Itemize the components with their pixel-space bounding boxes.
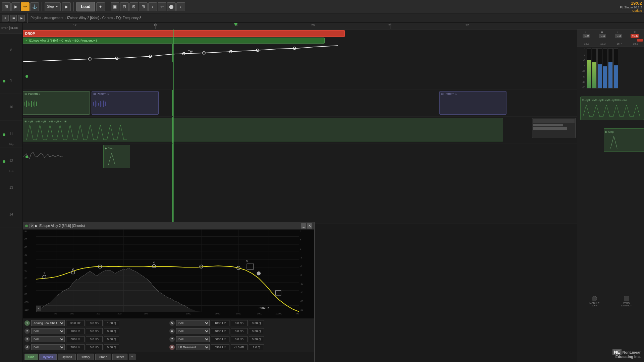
band-5-q[interactable]	[249, 320, 264, 326]
playlist-icon[interactable]: ≡	[2, 15, 9, 21]
band-8-type-select[interactable]: LP Resonant	[176, 344, 210, 350]
har-pattern-right[interactable]: ⊞..cy⊞..cy⊞..cy⊞..cy⊞..cy⊞Har..eno	[580, 97, 644, 120]
band-3-freq[interactable]	[66, 336, 85, 342]
band-2-freq[interactable]	[66, 328, 85, 334]
band-3-gain[interactable]	[86, 336, 103, 342]
plugin-min-btn[interactable]: _	[301, 223, 306, 229]
band-num-2[interactable]: 2	[24, 328, 30, 334]
pattern-1-block-right[interactable]: ⊞ Pattern 1	[439, 91, 506, 115]
export-btn[interactable]: ↓	[176, 2, 185, 11]
eq-band-8-point[interactable]	[257, 272, 260, 275]
freq-50: 50	[54, 312, 57, 315]
eq-band-8-rect[interactable]	[247, 264, 254, 269]
band-4-gain[interactable]	[86, 344, 103, 350]
band-1-freq[interactable]	[66, 320, 85, 326]
snap-btn[interactable]: ⊞	[139, 2, 148, 11]
eq-band-row-5: 5 Bell	[169, 319, 313, 327]
record-btn[interactable]: ⬤	[167, 2, 176, 11]
plugin-settings-icon[interactable]: ⚙	[29, 224, 34, 228]
band-5-freq[interactable]	[211, 320, 229, 326]
band-1-type-select[interactable]: Analog Low Shelf	[31, 320, 65, 326]
select-btn[interactable]: ▣	[111, 2, 119, 11]
solo-btn[interactable]: Solo	[24, 354, 38, 360]
step-dropdown[interactable]: Step ▼	[45, 2, 61, 11]
svg-rect-1	[26, 101, 27, 107]
breadcrumb-item-1[interactable]: Playlist - Arrangement	[31, 16, 63, 20]
clap-right-block[interactable]: ▶ Clap	[604, 128, 644, 152]
band-8-q[interactable]	[249, 344, 264, 350]
band-7-gain[interactable]	[231, 336, 248, 342]
history-btn[interactable]: History	[77, 354, 94, 360]
timeline-ruler[interactable]: 17 18 19 20 21 22	[23, 23, 644, 29]
band-2-type-select[interactable]: Bell	[31, 328, 65, 334]
band-2-gain[interactable]	[86, 328, 103, 334]
band-7-freq[interactable]	[211, 336, 229, 342]
lead-plus-btn[interactable]: +	[96, 2, 105, 11]
ruler-line-20	[313, 23, 313, 29]
resize-btn[interactable]: ⊠	[129, 2, 138, 11]
band-num-4[interactable]: 4	[24, 345, 30, 350]
eq-mode-btn[interactable]: ≡	[36, 306, 41, 311]
band-3-type-select[interactable]: Bell	[31, 336, 65, 342]
band-num-3[interactable]: 3	[24, 337, 30, 342]
play-btn[interactable]: ▶	[18, 15, 25, 21]
drop-label: DROP	[25, 32, 35, 36]
band-3-q[interactable]	[104, 336, 119, 342]
lo-label: l...o	[9, 170, 13, 173]
pattern-1-block-mid[interactable]: ⊞ Pattern 1	[92, 91, 159, 115]
module-gain-knob[interactable]	[592, 296, 597, 301]
band-1-q[interactable]	[104, 320, 119, 326]
band-4-q[interactable]	[104, 344, 119, 350]
automation-label: iZotope Alloy 2 [64bit] – Chords – EQ: F…	[29, 39, 97, 42]
zero-latency-btn[interactable]	[624, 296, 629, 301]
blip-levels	[532, 118, 576, 138]
band-1-gain[interactable]	[86, 320, 103, 326]
eq-display[interactable]: dB -20 -30 -40 -50 -60 -70 -80 -90 -100	[23, 230, 314, 318]
pattern-2-block[interactable]: ⊞ Pattern 2	[23, 91, 90, 115]
band-8-freq[interactable]	[211, 344, 229, 350]
bypass-btn[interactable]: Bypass	[39, 354, 57, 360]
arrow-tool-btn[interactable]: ▶	[11, 2, 20, 11]
split-btn[interactable]: ⊟	[120, 2, 129, 11]
drop-block[interactable]: DROP	[23, 30, 345, 37]
band-2-q[interactable]	[104, 328, 119, 334]
band-7-q[interactable]	[249, 336, 264, 342]
help-btn[interactable]: ?	[129, 354, 136, 360]
band-4-freq[interactable]	[66, 344, 85, 350]
band-6-q[interactable]	[249, 328, 264, 334]
meter-l1-label: L	[583, 31, 590, 34]
blip-pattern[interactable]: ⊞..cy⊞..cy⊞..cy⊞..cy⊞..cy⊞H... ⊞	[23, 118, 503, 141]
marker-btn[interactable]: ↕	[148, 2, 157, 11]
auto-check-icon: ✓	[25, 39, 28, 42]
band-num-1[interactable]: 1	[24, 320, 30, 326]
band-4-type-select[interactable]: Bell	[31, 344, 65, 350]
rewind-btn[interactable]: ⏮	[10, 15, 17, 21]
band-5-gain[interactable]	[231, 320, 248, 326]
automation-block[interactable]: ✓ iZotope Alloy 2 [64bit] – Chords – EQ:…	[23, 38, 325, 44]
band-num-8[interactable]: 8	[169, 345, 175, 350]
options-btn[interactable]: Options	[58, 354, 76, 360]
band-num-7[interactable]: 7	[169, 337, 175, 342]
band-num-5[interactable]: 5	[169, 320, 175, 326]
lead-btn[interactable]: Lead	[76, 2, 95, 11]
db-dB: dB	[24, 230, 35, 233]
clap-block[interactable]: ▶ Clap	[103, 145, 130, 168]
band-6-gain[interactable]	[231, 328, 248, 334]
band-8-gain[interactable]	[231, 344, 248, 350]
magnet-tool-btn[interactable]: ⚓	[30, 2, 39, 11]
graph-btn[interactable]: Graph	[95, 354, 111, 360]
pencil-tool-btn[interactable]: ✏	[21, 2, 30, 11]
breadcrumb-item-2[interactable]: iZotope Alloy 2 [64bit] - Chords - EQ: F…	[67, 16, 141, 20]
reset-btn[interactable]: Reset	[112, 354, 128, 360]
fl-update[interactable]: Update	[632, 9, 642, 12]
band-6-type-select[interactable]: Bell	[176, 328, 210, 334]
band-5-type-select[interactable]: Bell	[176, 320, 210, 326]
step-arrow-btn[interactable]: ▶	[62, 2, 71, 11]
band-7-type-select[interactable]: Bell	[176, 336, 210, 342]
band-num-6[interactable]: 6	[169, 328, 175, 334]
plugin-close-btn[interactable]: ✕	[307, 223, 312, 229]
band-6-freq[interactable]	[211, 328, 229, 334]
grid-icon[interactable]: ⊞	[2, 2, 11, 11]
sep3	[108, 2, 108, 11]
loop-btn[interactable]: ↩	[158, 2, 166, 11]
